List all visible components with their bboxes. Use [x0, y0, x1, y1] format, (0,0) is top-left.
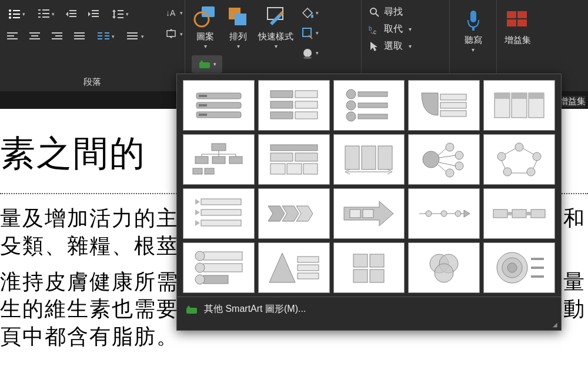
justify-button[interactable] — [71, 27, 89, 46]
svg-point-143 — [435, 264, 453, 282]
columns-button[interactable]: ▾ — [93, 27, 119, 46]
sa-picture-list[interactable] — [183, 242, 255, 293]
svg-rect-71 — [270, 101, 293, 108]
svg-rect-8 — [38, 13, 41, 14]
svg-rect-16 — [92, 13, 99, 14]
decrease-indent-button[interactable] — [62, 5, 81, 24]
svg-rect-41 — [127, 35, 138, 36]
search-icon — [369, 6, 380, 18]
sa-venn[interactable] — [408, 242, 480, 293]
svg-point-51 — [303, 49, 312, 57]
svg-text:b: b — [369, 25, 372, 32]
svg-rect-37 — [105, 32, 109, 34]
smartart-icon — [185, 304, 198, 315]
svg-point-105 — [423, 151, 439, 168]
align-left-button[interactable] — [4, 27, 22, 46]
sa-target[interactable] — [483, 242, 555, 293]
svg-point-111 — [533, 152, 541, 161]
replace-label: 取代 — [384, 23, 403, 35]
shape-effects-button[interactable]: ▾ — [297, 44, 323, 62]
sa-arrow-matrix[interactable] — [333, 188, 405, 239]
replace-icon: bc — [369, 24, 380, 35]
line-spacing-button[interactable]: ▾ — [107, 5, 133, 24]
svg-rect-72 — [295, 101, 318, 108]
svg-rect-5 — [13, 17, 20, 18]
sa-process-columns[interactable] — [333, 134, 405, 185]
svg-rect-27 — [29, 38, 40, 39]
svg-rect-60 — [507, 19, 516, 26]
paragraph-group-label: 段落 — [0, 76, 185, 88]
resize-grip[interactable]: ◢ — [177, 321, 561, 330]
svg-rect-70 — [295, 91, 318, 98]
dictate-button[interactable]: 聽寫 ▾ — [453, 5, 493, 75]
sa-hierarchy[interactable] — [183, 134, 255, 185]
svg-rect-73 — [270, 112, 293, 119]
text-direction-button[interactable]: ↓A▾ — [165, 4, 183, 22]
svg-rect-74 — [295, 112, 318, 119]
align-text-vertical-button[interactable]: ▾ — [165, 25, 183, 44]
addins-button[interactable]: 增益集 — [500, 5, 534, 75]
sa-alternating-hexagons[interactable] — [258, 80, 330, 131]
smartart-insert-button[interactable]: ▾ — [192, 55, 222, 73]
shapes-button[interactable]: 圖案 ▾ — [189, 1, 222, 60]
sa-cycle[interactable] — [483, 134, 555, 185]
svg-rect-92 — [212, 157, 225, 164]
svg-rect-82 — [440, 102, 466, 108]
sa-vertical-bullet-list[interactable] — [333, 80, 405, 131]
smartart-grid — [177, 74, 561, 297]
svg-rect-102 — [345, 146, 359, 169]
sa-grouped-list[interactable] — [258, 134, 330, 185]
align-center-button[interactable] — [26, 27, 45, 46]
sa-linked-blocks[interactable] — [483, 188, 555, 239]
smartart-more-button[interactable]: 其他 SmartArt 圖形(M)... — [177, 297, 561, 321]
bullets-button[interactable]: ▾ — [4, 5, 29, 24]
svg-rect-66 — [199, 95, 207, 97]
body-line-4-right: 動 — [563, 295, 588, 323]
svg-rect-128 — [203, 252, 242, 260]
arrange-button[interactable]: 排列 ▾ — [222, 1, 255, 60]
smartart-gallery-popup: 其他 SmartArt 圖形(M)... ◢ — [176, 74, 562, 331]
distribute-button[interactable]: ▾ — [122, 27, 148, 46]
svg-rect-78 — [358, 103, 387, 108]
svg-rect-34 — [98, 32, 102, 34]
svg-rect-38 — [105, 35, 109, 36]
svg-point-113 — [503, 168, 512, 176]
svg-rect-44 — [167, 31, 175, 36]
sa-bending-list[interactable] — [408, 80, 480, 131]
svg-point-114 — [497, 152, 506, 161]
sa-pyramid[interactable] — [258, 242, 330, 293]
svg-rect-40 — [127, 32, 138, 34]
find-button[interactable]: 尋找 — [365, 4, 446, 21]
select-button[interactable]: 選取 ▾ — [365, 38, 446, 55]
sa-table-list[interactable] — [483, 80, 555, 131]
sa-chevron-process[interactable] — [258, 188, 330, 239]
svg-rect-138 — [370, 254, 384, 267]
svg-point-133 — [195, 275, 205, 284]
svg-rect-67 — [199, 104, 207, 107]
quick-styles-button[interactable]: 快速樣式 ▾ — [255, 1, 297, 60]
svg-point-77 — [346, 101, 356, 110]
shape-outline-button[interactable]: ▾ — [297, 24, 323, 42]
svg-rect-93 — [229, 157, 242, 164]
svg-rect-97 — [270, 153, 293, 161]
increase-indent-button[interactable] — [85, 5, 103, 24]
replace-button[interactable]: bc 取代 ▾ — [365, 21, 446, 38]
svg-rect-116 — [201, 209, 241, 215]
svg-point-4 — [9, 16, 11, 19]
svg-rect-18 — [113, 11, 115, 17]
numbering-button[interactable]: ▾ — [33, 5, 59, 24]
svg-point-129 — [195, 251, 205, 261]
svg-point-109 — [446, 169, 454, 177]
sa-matrix[interactable] — [333, 242, 405, 293]
svg-text:c: c — [373, 29, 376, 35]
shape-fill-button[interactable]: ▾ — [297, 4, 323, 22]
svg-rect-13 — [69, 13, 76, 14]
sa-basic-block-list[interactable] — [183, 80, 255, 131]
sa-vertical-chevron-list[interactable] — [183, 188, 255, 239]
sa-timeline[interactable] — [408, 188, 480, 239]
smartart-more-label: 其他 SmartArt 圖形(M)... — [204, 303, 306, 315]
align-right-button[interactable] — [48, 27, 67, 46]
sa-radial-cluster[interactable] — [408, 134, 480, 185]
svg-rect-32 — [74, 35, 85, 36]
svg-rect-28 — [52, 32, 62, 34]
